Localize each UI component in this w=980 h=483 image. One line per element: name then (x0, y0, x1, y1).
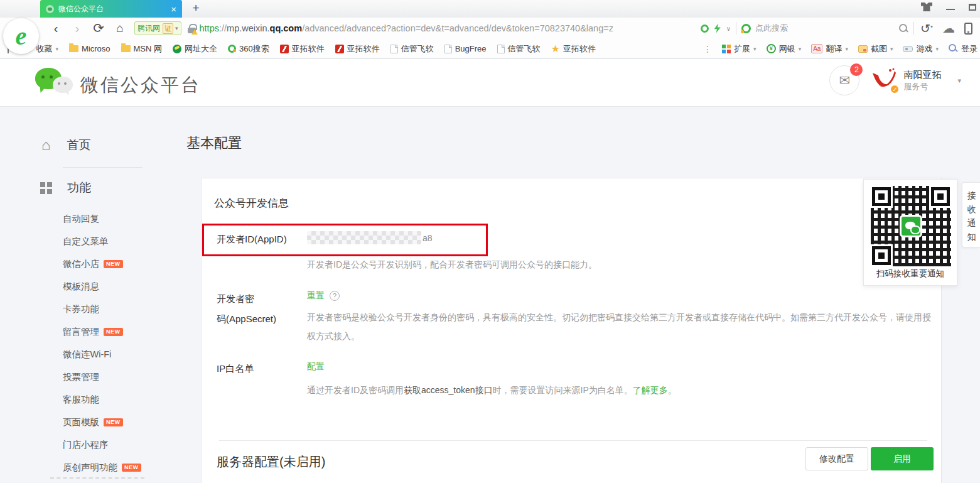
badge-caret-icon: ▾ (175, 25, 178, 31)
dev-info-section-title: 公众号开发信息 (214, 196, 289, 210)
sidebar-menu: 自动回复 自定义菜单 微信小店new 模板消息 卡券功能 留言管理new 微信连… (63, 207, 141, 479)
theme-skin-icon[interactable] (921, 3, 932, 11)
minimize-button[interactable] (946, 9, 955, 10)
new-badge: new (104, 328, 123, 336)
account-caret-icon[interactable]: ▾ (957, 77, 961, 85)
notifications-button[interactable]: ✉ 2 (829, 65, 859, 95)
cloud-sync-icon[interactable]: ☁ (942, 21, 955, 36)
screenshot-icon (858, 45, 868, 53)
search-icon[interactable] (898, 23, 908, 33)
home-icon: ⌂ (41, 138, 51, 153)
extensions-menu[interactable]: 扩展 ▾ (722, 43, 757, 55)
bookmark-folder[interactable]: MSN 网 (121, 43, 163, 55)
appsecret-description: 开发者密码是校验公众号开发者身份的密码，具有极高的安全性。切记勿把密码直接交给第… (307, 308, 935, 345)
sidebar-item-template-message[interactable]: 模板消息 (63, 275, 141, 298)
sidebar-item-store-miniprogram[interactable]: 门店小程序 (63, 433, 141, 456)
banking-menu[interactable]: ¥ 网银 ▾ (767, 43, 802, 55)
wechat-header: 微信公众平台 ✉ 2 ✓ 南阳亚拓 服务号 ▾ (0, 59, 980, 107)
overflow-menu-icon[interactable]: ⋮ (703, 44, 712, 54)
verified-check-icon: ✓ (890, 84, 900, 94)
server-config-title: 服务器配置(未启用) (217, 453, 325, 470)
translate-menu[interactable]: Aa 翻译 ▾ (811, 43, 848, 55)
caret-down-icon: ▾ (55, 46, 58, 52)
new-badge: new (104, 418, 123, 426)
learn-more-link[interactable]: 了解更多。 (633, 385, 677, 395)
enable-button[interactable]: 启用 (871, 447, 934, 470)
star-icon: ★ (551, 44, 560, 54)
new-badge: new (122, 464, 141, 472)
page-title: 基本配置 (186, 134, 242, 153)
folder-icon (121, 45, 131, 52)
sidebar-item-page-template[interactable]: 页面模版new (63, 411, 141, 433)
speed-mode-icon[interactable] (714, 24, 721, 33)
modify-config-button[interactable]: 修改配置 (805, 447, 868, 470)
account-avatar[interactable]: ✓ (871, 68, 897, 93)
sidebar-item-vote-manage[interactable]: 投票管理 (63, 366, 141, 388)
refresh-button[interactable]: ⟳ (88, 19, 109, 38)
sidebar-item-custom-menu[interactable]: 自定义菜单 (63, 230, 141, 252)
search-placeholder: 点此搜索 (755, 23, 894, 34)
forward-button[interactable]: › (67, 19, 88, 38)
appid-redacted-blur (307, 231, 421, 244)
bookmark-item[interactable]: 360搜索 (228, 43, 269, 55)
sidebar-section-features[interactable]: 功能 (40, 180, 91, 196)
bookmark-item[interactable]: 网址大全 (173, 43, 217, 55)
tab-close-icon[interactable]: × (171, 4, 176, 14)
qr-notice-panel: 扫码接收重要通知 (863, 179, 957, 286)
back-button[interactable]: ‹ (45, 19, 67, 38)
360-search-icon (228, 45, 236, 53)
login-button[interactable]: 登录 (949, 43, 977, 55)
games-menu[interactable]: 游戏 ▾ (903, 43, 939, 55)
platform-title: 微信公众平台 (80, 73, 201, 98)
grid-icon (40, 182, 52, 194)
help-question-icon[interactable]: ? (330, 291, 340, 301)
wechat-logo-icon (35, 67, 74, 98)
reset-appsecret-link[interactable]: 重置 (307, 290, 325, 301)
maximize-button[interactable] (969, 4, 976, 11)
app-icon (280, 45, 289, 53)
bookmark-folder[interactable]: Microso (69, 44, 110, 53)
restore-session-icon[interactable]: ↺▾ (920, 21, 933, 36)
sidebar-item-wifi[interactable]: 微信连Wi-Fi (63, 343, 141, 366)
sidebar-item-original-statement[interactable]: 原创声明功能new (63, 456, 141, 479)
sidebar-item-auto-reply[interactable]: 自动回复 (63, 207, 141, 230)
tab-title: 微信公众平台 (58, 4, 171, 14)
receive-notice-tab[interactable]: 接收通知 (962, 182, 980, 247)
browser-logo[interactable]: e (3, 18, 39, 54)
qr-code (871, 186, 951, 266)
bookmark-item[interactable]: BugFree (444, 44, 487, 53)
sidebar-item-wechat-store[interactable]: 微信小店new (63, 252, 141, 275)
mobile-sync-icon[interactable] (964, 23, 972, 35)
account-name: 南阳亚拓 (903, 68, 941, 81)
bookmark-item[interactable]: ★ 亚拓软件 (551, 43, 596, 55)
site-verification-badge[interactable]: 腾讯网 证 ▾ (134, 21, 181, 35)
bookmark-item[interactable]: 信管飞软 (390, 43, 434, 55)
appsecret-label: 开发者密 码(AppSecret) (217, 289, 292, 329)
account-type: 服务号 (903, 81, 941, 92)
address-bar[interactable]: https://mp.weixin.qq.com/advanced/advanc… (200, 23, 696, 33)
reader-mode-icon[interactable] (701, 24, 709, 33)
sidebar-item-home[interactable]: ⌂ 首页 (41, 137, 91, 153)
sidebar-item-customer-service[interactable]: 客服功能 (63, 388, 141, 411)
sidebar-item-card-coupon[interactable]: 卡券功能 (63, 298, 141, 320)
page-body: ⌂ 首页 功能 自动回复 自定义菜单 微信小店new 模板消息 卡券功能 留言管… (0, 107, 980, 483)
ssl-lock-icon[interactable] (188, 24, 196, 33)
extensions-icon (722, 45, 731, 53)
access-token-link[interactable]: 获取access_token接口 (404, 385, 493, 395)
bookmarks-bar: ★ 收藏 ▾ Microso MSN 网 网址大全 360搜索 亚拓软件 亚拓软… (0, 39, 980, 59)
ip-whitelist-label: IP白名单 (217, 363, 254, 375)
nav-site-icon (173, 45, 181, 53)
address-dropdown-icon[interactable]: ∨ (726, 25, 731, 32)
notification-badge: 2 (850, 63, 863, 76)
screenshot-menu[interactable]: 截图 ▾ (858, 43, 893, 55)
ip-whitelist-config-link[interactable]: 配置 (307, 361, 325, 371)
bookmark-item[interactable]: 亚拓软件 (335, 43, 380, 55)
bookmark-item[interactable]: 亚拓软件 (280, 43, 325, 55)
section-divider (219, 440, 927, 441)
new-tab-button[interactable]: + (188, 1, 203, 15)
sidebar-item-comment-manage[interactable]: 留言管理new (63, 320, 141, 343)
home-button[interactable]: ⌂ (109, 19, 131, 38)
browser-tab[interactable]: 微信公众平台 × (40, 0, 182, 18)
search-box[interactable]: 点此搜索 (736, 23, 913, 34)
bookmark-item[interactable]: 信管飞软 (497, 43, 541, 55)
